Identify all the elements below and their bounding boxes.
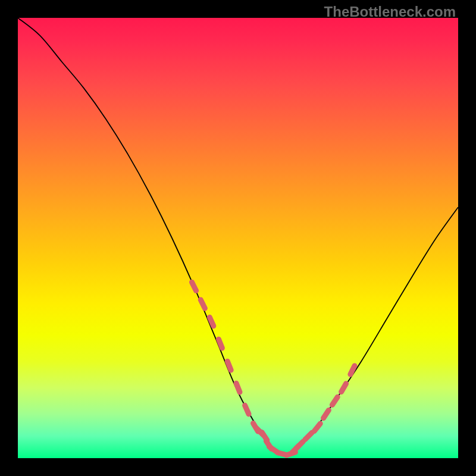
marker-dash xyxy=(218,339,222,348)
marker-dash xyxy=(305,433,312,439)
marker-dash xyxy=(227,361,231,370)
watermark-text: TheBottleneck.com xyxy=(324,4,456,20)
marker-dash xyxy=(296,441,303,448)
marker-dash xyxy=(314,424,320,431)
marker-dash xyxy=(209,317,213,326)
marker-dash xyxy=(324,410,329,418)
plot-area xyxy=(18,18,458,458)
marker-dash xyxy=(245,405,249,414)
marker-dash xyxy=(236,383,240,392)
chart-svg xyxy=(18,18,458,458)
marker-dash xyxy=(201,300,205,308)
marker-group xyxy=(192,282,355,455)
marker-dash xyxy=(350,366,355,374)
chart-container: TheBottleneck.com xyxy=(0,0,476,476)
marker-dash xyxy=(342,384,346,392)
marker-dash xyxy=(332,397,337,405)
marker-dash xyxy=(192,282,196,290)
